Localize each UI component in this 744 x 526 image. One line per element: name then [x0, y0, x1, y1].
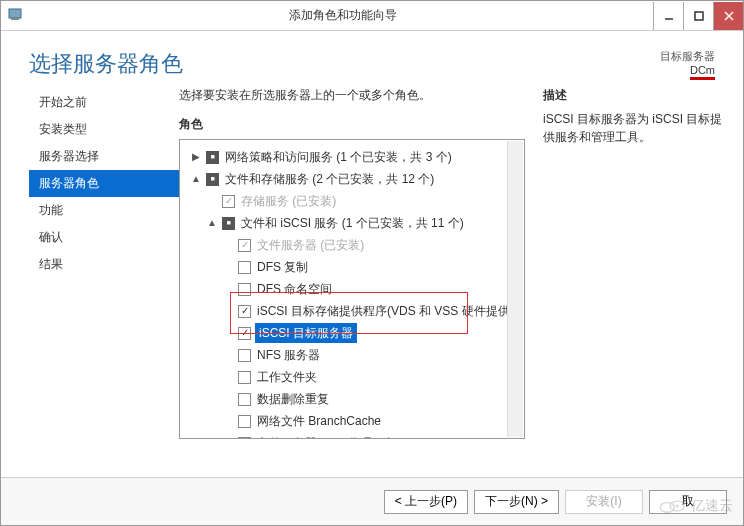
checkbox[interactable] — [238, 327, 251, 340]
nav-item-5[interactable]: 确认 — [29, 224, 179, 251]
tree-row-label[interactable]: DFS 复制 — [255, 257, 310, 277]
tree-row[interactable]: ▶DFS 命名空间 — [184, 278, 520, 300]
roles-tree[interactable]: ▶网络策略和访问服务 (1 个已安装，共 3 个)▲文件和存储服务 (2 个已安… — [179, 139, 525, 439]
next-button[interactable]: 下一步(N) > — [474, 490, 559, 514]
tree-row[interactable]: ▶DFS 复制 — [184, 256, 520, 278]
expander-icon[interactable]: ▶ — [190, 147, 202, 167]
tree-row[interactable]: ▶存储服务 (已安装) — [184, 190, 520, 212]
close-button[interactable] — [713, 2, 743, 30]
svg-rect-3 — [695, 12, 703, 20]
tree-row[interactable]: ▶iSCSI 目标服务器 — [184, 322, 520, 344]
checkbox[interactable] — [238, 239, 251, 252]
expander-icon[interactable]: ▲ — [190, 169, 202, 189]
checkbox[interactable] — [238, 371, 251, 384]
tree-row[interactable]: ▶数据删除重复 — [184, 388, 520, 410]
tree-row[interactable]: ▲文件和 iSCSI 服务 (1 个已安装，共 11 个) — [184, 212, 520, 234]
checkbox[interactable] — [238, 437, 251, 440]
tree-row[interactable]: ▶文件服务器 (已安装) — [184, 234, 520, 256]
checkbox[interactable] — [206, 173, 219, 186]
description-text: iSCSI 目标服务器为 iSCSI 目标提供服务和管理工具。 — [543, 110, 723, 146]
tree-row-label[interactable]: 文件服务器 VSS 代理服务 — [255, 433, 398, 439]
tree-row-label[interactable]: 数据删除重复 — [255, 389, 331, 409]
scrollbar[interactable] — [507, 141, 523, 437]
app-icon — [7, 6, 27, 26]
checkbox[interactable] — [238, 415, 251, 428]
prev-button[interactable]: < 上一步(P) — [384, 490, 468, 514]
maximize-button[interactable] — [683, 2, 713, 30]
body: 开始之前安装类型服务器选择服务器角色功能确认结果 选择要安装在所选服务器上的一个… — [1, 87, 743, 501]
description-label: 描述 — [543, 87, 723, 104]
tree-row[interactable]: ▶文件服务器 VSS 代理服务 — [184, 432, 520, 439]
checkbox[interactable] — [238, 305, 251, 318]
nav-item-3[interactable]: 服务器角色 — [29, 170, 179, 197]
wizard-window: 添加角色和功能向导 选择服务器角色 目标服务器 DCm 开始之前安装类型服务器选… — [0, 0, 744, 526]
tree-row-label[interactable]: 网络文件 BranchCache — [255, 411, 383, 431]
roles-label: 角色 — [179, 116, 525, 133]
expander-icon[interactable]: ▲ — [206, 213, 218, 233]
nav-item-1[interactable]: 安装类型 — [29, 116, 179, 143]
checkbox[interactable] — [238, 283, 251, 296]
instruction-text: 选择要安装在所选服务器上的一个或多个角色。 — [179, 87, 525, 104]
tree-row-label[interactable]: iSCSI 目标服务器 — [255, 323, 357, 343]
tree-row[interactable]: ▶网络文件 BranchCache — [184, 410, 520, 432]
tree-row[interactable]: ▲文件和存储服务 (2 个已安装，共 12 个) — [184, 168, 520, 190]
minimize-button[interactable] — [653, 2, 683, 30]
tree-row-label[interactable]: 存储服务 (已安装) — [239, 191, 338, 211]
checkbox[interactable] — [206, 151, 219, 164]
tree-row[interactable]: ▶iSCSI 目标存储提供程序(VDS 和 VSS 硬件提供 — [184, 300, 520, 322]
checkbox[interactable] — [238, 261, 251, 274]
nav-item-2[interactable]: 服务器选择 — [29, 143, 179, 170]
checkbox[interactable] — [222, 217, 235, 230]
nav-item-6[interactable]: 结果 — [29, 251, 179, 278]
tree-row[interactable]: ▶网络策略和访问服务 (1 个已安装，共 3 个) — [184, 146, 520, 168]
window-controls — [653, 2, 743, 30]
target-server-box: 目标服务器 DCm — [660, 49, 715, 76]
tree-row-label[interactable]: 工作文件夹 — [255, 367, 319, 387]
footer: < 上一步(P) 下一步(N) > 安装(I) 取 — [1, 477, 743, 525]
tree-row[interactable]: ▶NFS 服务器 — [184, 344, 520, 366]
svg-rect-0 — [9, 9, 21, 18]
tree-row-label[interactable]: 网络策略和访问服务 (1 个已安装，共 3 个) — [223, 147, 454, 167]
tree-row[interactable]: ▶工作文件夹 — [184, 366, 520, 388]
tree-row-label[interactable]: DFS 命名空间 — [255, 279, 334, 299]
tree-row-label[interactable]: 文件和存储服务 (2 个已安装，共 12 个) — [223, 169, 436, 189]
tree-row-label[interactable]: 文件服务器 (已安装) — [255, 235, 366, 255]
description-column: 描述 iSCSI 目标服务器为 iSCSI 目标提供服务和管理工具。 — [543, 87, 723, 501]
main-panel: 选择要安装在所选服务器上的一个或多个角色。 角色 ▶网络策略和访问服务 (1 个… — [179, 87, 723, 501]
roles-column: 选择要安装在所选服务器上的一个或多个角色。 角色 ▶网络策略和访问服务 (1 个… — [179, 87, 525, 501]
nav-item-0[interactable]: 开始之前 — [29, 89, 179, 116]
titlebar: 添加角色和功能向导 — [1, 1, 743, 31]
target-label: 目标服务器 — [660, 49, 715, 64]
target-name: DCm — [690, 64, 715, 80]
tree-row-label[interactable]: 文件和 iSCSI 服务 (1 个已安装，共 11 个) — [239, 213, 466, 233]
tree-row-label[interactable]: iSCSI 目标存储提供程序(VDS 和 VSS 硬件提供 — [255, 301, 512, 321]
titlebar-text: 添加角色和功能向导 — [33, 7, 653, 24]
svg-rect-1 — [11, 18, 19, 20]
checkbox[interactable] — [238, 349, 251, 362]
page-title: 选择服务器角色 — [29, 49, 183, 79]
cancel-button[interactable]: 取 — [649, 490, 727, 514]
checkbox[interactable] — [238, 393, 251, 406]
header: 选择服务器角色 目标服务器 DCm — [1, 31, 743, 87]
tree-row-label[interactable]: NFS 服务器 — [255, 345, 322, 365]
install-button: 安装(I) — [565, 490, 643, 514]
nav-item-4[interactable]: 功能 — [29, 197, 179, 224]
checkbox[interactable] — [222, 195, 235, 208]
nav-sidebar: 开始之前安装类型服务器选择服务器角色功能确认结果 — [29, 87, 179, 501]
